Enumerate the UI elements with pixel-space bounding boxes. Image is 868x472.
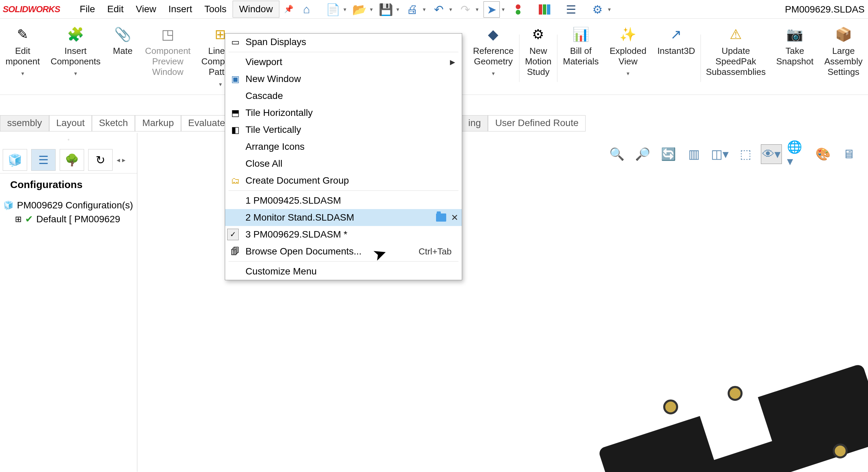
- reference-geometry-button[interactable]: ◆ Reference Geometry ▼: [468, 22, 519, 79]
- menu-doc-2[interactable]: 2 Monitor Stand.SLDASM ✕: [225, 209, 462, 226]
- create-group-label: Create Document Group: [245, 175, 349, 186]
- menu-customize[interactable]: Customize Menu: [225, 263, 462, 280]
- menu-edit[interactable]: Edit: [101, 1, 130, 17]
- new-window-icon: ▣: [229, 74, 241, 84]
- mate-button[interactable]: 📎 Mate: [106, 22, 140, 59]
- open-icon[interactable]: 📂▼: [351, 1, 368, 18]
- mate-label: Mate: [113, 46, 133, 56]
- viewport-label: Viewport: [245, 57, 282, 67]
- view-settings-icon[interactable]: 🖥: [838, 144, 859, 164]
- instant3d-button[interactable]: ↗ Instant3D: [652, 22, 701, 59]
- assembly-3d-view[interactable]: [597, 384, 868, 472]
- browse-docs-icon: 🗐: [229, 246, 241, 257]
- list-icon[interactable]: ☰: [563, 1, 579, 18]
- zoom-area-icon[interactable]: 🔎: [632, 144, 653, 164]
- panel-tab-config[interactable]: ☰: [31, 149, 56, 171]
- settings-icon[interactable]: ⚙▼: [589, 1, 606, 18]
- edit-component-button[interactable]: ✎ Edit mponent ▼: [0, 22, 45, 79]
- display-style-icon[interactable]: ⬚: [735, 144, 756, 164]
- menu-arrange-icons[interactable]: Arrange Icons: [225, 138, 462, 155]
- arrange-label: Arrange Icons: [245, 141, 304, 152]
- panel-tab-motion[interactable]: ↻: [88, 149, 113, 171]
- select-tool-icon[interactable]: ➤▼: [484, 1, 500, 18]
- feature-manager-panel: ◦ 🧊 ☰ 🌳 ↻ ◂ ▸ Configurations 🧊 PM009629 …: [0, 133, 137, 472]
- check-icon: ✔: [25, 213, 33, 225]
- motion-study-icon: ⚙: [529, 25, 548, 44]
- new-doc-icon[interactable]: 📄▼: [325, 1, 341, 18]
- browse-shortcut: Ctrl+Tab: [418, 246, 452, 257]
- component-preview-button[interactable]: ◳ Component Preview Window: [140, 22, 196, 80]
- previous-view-icon[interactable]: 🔄: [658, 144, 679, 164]
- panel-tab-assembly[interactable]: 🧊: [3, 149, 27, 171]
- close-icon[interactable]: ✕: [451, 212, 458, 223]
- menu-tile-vertically[interactable]: ◧ Tile Vertically: [225, 121, 462, 138]
- hide-show-icon[interactable]: 👁▾: [761, 144, 782, 164]
- print-icon[interactable]: 🖨▼: [404, 1, 420, 18]
- menu-insert[interactable]: Insert: [162, 1, 198, 17]
- tab-ing[interactable]: ing: [461, 115, 488, 131]
- menu-create-doc-group[interactable]: 🗂 Create Document Group: [225, 172, 462, 189]
- large-assembly-button[interactable]: 📦 Large Assembly Settings: [819, 22, 868, 80]
- command-tabs: ssembly Layout Sketch Markup Evaluate: [0, 115, 232, 131]
- tile-v-icon: ◧: [229, 125, 241, 135]
- new-motion-study-button[interactable]: ⚙ New Motion Study: [519, 22, 557, 80]
- menu-doc-1[interactable]: 1 PM009425.SLDASM: [225, 192, 462, 209]
- update-speedpak-button[interactable]: ⚠ Update SpeedPak Subassemblies: [701, 22, 771, 80]
- cascade-label: Cascade: [245, 90, 283, 101]
- traffic-light-icon[interactable]: [510, 1, 526, 18]
- tile-h-label: Tile Horizontally: [245, 107, 313, 118]
- menu-browse-open-docs[interactable]: 🗐 Browse Open Documents... Ctrl+Tab: [225, 243, 462, 260]
- doc1-label: 1 PM009425.SLDASM: [245, 195, 341, 206]
- tab-markup[interactable]: Markup: [135, 115, 181, 131]
- doc-group-icon: 🗂: [229, 176, 241, 186]
- redo-icon[interactable]: ↷▼: [457, 1, 473, 18]
- take-snapshot-button[interactable]: 📷 Take Snapshot: [771, 22, 819, 69]
- scene-icon[interactable]: 🎨: [812, 144, 833, 164]
- menu-tools[interactable]: Tools: [198, 1, 233, 17]
- instant3d-label: Instant3D: [657, 46, 695, 56]
- section-view-icon[interactable]: ▥: [684, 144, 705, 164]
- browse-label: Browse Open Documents...: [245, 246, 361, 257]
- panel-tab-tree[interactable]: 🌳: [60, 149, 84, 171]
- menu-new-window[interactable]: ▣ New Window: [225, 70, 462, 87]
- home-icon[interactable]: ⌂: [298, 1, 315, 18]
- view-orientation-icon[interactable]: ◫▾: [709, 144, 730, 164]
- bom-label: Bill of Materials: [563, 46, 598, 67]
- reference-geometry-label: Reference Geometry: [473, 46, 514, 67]
- menu-close-all[interactable]: Close All: [225, 155, 462, 172]
- tree-default-label: Default [ PM009629: [36, 214, 120, 225]
- tree-root[interactable]: 🧊 PM009629 Configuration(s): [3, 199, 134, 212]
- rebuild-icon[interactable]: [536, 1, 553, 18]
- appearance-icon[interactable]: 🌐▾: [787, 144, 808, 164]
- tab-layout[interactable]: Layout: [49, 115, 92, 131]
- camera-icon: 📷: [785, 25, 804, 44]
- document-title: PM009629.SLDAS: [785, 4, 865, 15]
- configurations-header: Configurations: [0, 173, 137, 196]
- bom-button[interactable]: 📊 Bill of Materials: [557, 22, 604, 69]
- menu-file[interactable]: File: [74, 1, 101, 17]
- save-icon[interactable]: 💾▼: [378, 1, 394, 18]
- exploded-view-icon: ✨: [618, 25, 637, 44]
- tab-assembly[interactable]: ssembly: [0, 115, 49, 131]
- exploded-view-button[interactable]: ✨ Exploded View ▼: [604, 22, 652, 79]
- menu-cascade[interactable]: Cascade: [225, 87, 462, 104]
- tab-sketch[interactable]: Sketch: [92, 115, 135, 131]
- submenu-arrow-icon: ▶: [450, 58, 455, 66]
- take-snapshot-label: Take Snapshot: [776, 46, 813, 67]
- speedpak-icon: ⚠: [726, 25, 745, 44]
- menu-doc-3[interactable]: ✓ 3 PM009629.SLDASM *: [225, 226, 462, 243]
- insert-components-button[interactable]: 🧩 Insert Components ▼: [45, 22, 106, 79]
- tab-user-route[interactable]: User Defined Route: [488, 115, 586, 131]
- zoom-fit-icon[interactable]: 🔍: [606, 144, 627, 164]
- tree-default-config[interactable]: ⊞ ✔ Default [ PM009629: [3, 212, 134, 226]
- menu-span-displays[interactable]: ▭ Span Displays: [225, 34, 462, 50]
- menu-tile-horizontally[interactable]: ⬒ Tile Horizontally: [225, 104, 462, 121]
- menu-viewport[interactable]: Viewport ▶: [225, 54, 462, 70]
- menu-window[interactable]: Window: [233, 1, 279, 18]
- menu-view[interactable]: View: [130, 1, 162, 17]
- folder-icon[interactable]: [436, 213, 446, 222]
- heads-up-view-toolbar: 🔍 🔎 🔄 ▥ ◫▾ ⬚ 👁▾ 🌐▾ 🎨 🖥: [604, 142, 861, 166]
- undo-icon[interactable]: ↶▼: [431, 1, 447, 18]
- pin-icon[interactable]: 📌: [279, 5, 298, 14]
- exploded-view-label: Exploded View: [610, 46, 646, 67]
